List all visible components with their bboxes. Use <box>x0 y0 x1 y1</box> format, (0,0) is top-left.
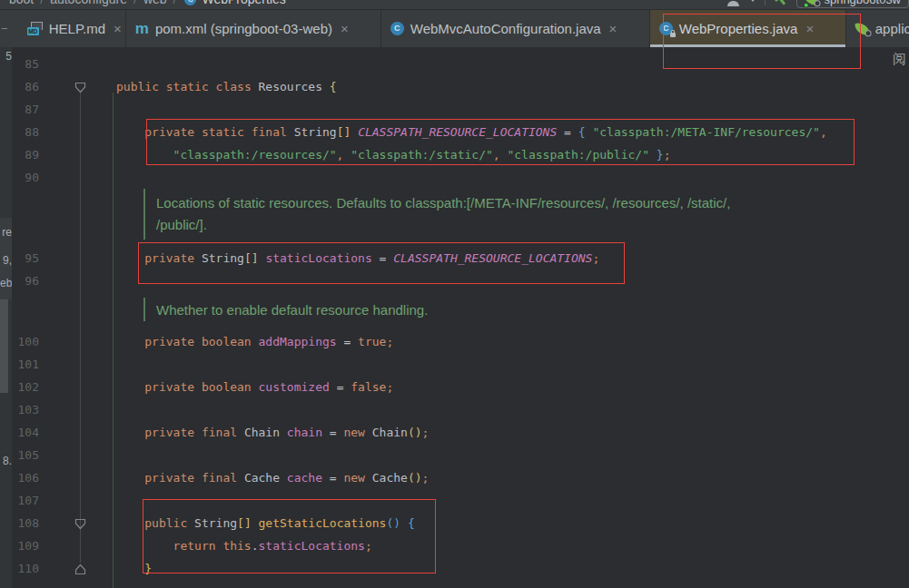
toolbar-divider <box>765 0 766 5</box>
breadcrumb-item-WebProperties[interactable]: WebProperties <box>202 0 285 6</box>
line-number-90: 90 <box>12 166 39 189</box>
line-number-85: 85 <box>12 53 39 75</box>
code-text: private static final String[] CLASSPATH_… <box>144 121 826 143</box>
user-avatar-button[interactable] <box>726 0 741 6</box>
code-line-107[interactable]: 107 <box>0 489 909 512</box>
code-text: public static class Resources { <box>116 75 337 98</box>
line-number-110: 110 <box>12 557 39 580</box>
run-configuration-selector[interactable]: springboot03w <box>796 0 909 8</box>
line-number-95: 95 <box>12 247 39 270</box>
breadcrumb-item-boot[interactable]: boot <box>9 0 34 6</box>
line-number-106: 106 <box>12 466 39 489</box>
doc-comment-text: /public/]. <box>156 214 207 236</box>
breadcrumb-item-web[interactable]: web <box>143 0 167 6</box>
tab-help-md[interactable]: MDHELP.md× <box>18 10 125 47</box>
build-hammer-icon[interactable] <box>771 0 792 9</box>
code-line-106[interactable]: 106private final Cache cache = new Cache… <box>0 466 909 489</box>
doc-comment-text: Whether to enable default resource handl… <box>156 299 428 321</box>
fold-open-icon[interactable] <box>74 517 86 529</box>
line-number-105: 105 <box>12 444 39 466</box>
code-line-96[interactable]: 96 <box>0 270 909 292</box>
breadcrumb-separator: / <box>173 0 177 6</box>
spring-boot-icon <box>805 0 819 6</box>
chevron-down-icon[interactable] <box>749 0 756 2</box>
code-text: "classpath:/resources/", "classpath:/sta… <box>173 143 671 166</box>
doc-comment-line[interactable]: Whether to enable default resource handl… <box>0 299 909 322</box>
line-number-96: 96 <box>12 270 39 292</box>
tab-label: WebMvcAutoConfiguration.java <box>410 21 601 36</box>
spring-boot-icon <box>855 22 869 35</box>
doc-comment-line[interactable]: Locations of static resources. Defaults … <box>0 192 909 215</box>
tab-webproperties-java[interactable]: CWebProperties.java× <box>650 10 845 47</box>
code-text: public String[] getStaticLocations() { <box>144 512 414 534</box>
code-text: private String[] staticLocations = CLASS… <box>144 247 599 270</box>
doc-comment-text: Locations of static resources. Defaults … <box>156 192 730 214</box>
code-text: return this.staticLocations; <box>173 534 372 557</box>
line-number-89: 89 <box>12 143 39 166</box>
code-line-108[interactable]: 108public String[] getStaticLocations() … <box>0 512 909 534</box>
code-line-87[interactable]: 87 <box>0 98 909 121</box>
close-tab-icon[interactable]: × <box>114 21 122 36</box>
fold-open-icon[interactable] <box>74 81 86 93</box>
tab-label: applic <box>875 21 909 36</box>
tab-applic[interactable]: applic <box>846 10 909 47</box>
code-text: } <box>144 557 152 580</box>
code-text: private final Cache cache = new Cache(); <box>144 466 429 489</box>
tab-pom-xml-springboot-03-web-[interactable]: mpom.xml (springboot-03-web)× <box>126 10 380 47</box>
java-class-icon: C <box>184 0 196 5</box>
breadcrumb-separator: / <box>133 0 137 6</box>
editor-tab-bar: − MDHELP.md×mpom.xml (springboot-03-web)… <box>0 9 909 47</box>
code-line-103[interactable]: 103 <box>0 398 909 421</box>
code-line-88[interactable]: 88private static final String[] CLASSPAT… <box>0 121 909 143</box>
reader-mode-button[interactable]: 阅 <box>893 51 906 68</box>
java-class-icon: C <box>390 22 404 35</box>
tab-label: WebProperties.java <box>679 21 798 36</box>
close-tab-icon[interactable]: × <box>805 21 814 36</box>
code-line-110[interactable]: 110} <box>0 557 909 580</box>
line-number-102: 102 <box>12 376 39 398</box>
close-tab-icon[interactable]: × <box>341 21 349 36</box>
line-number-103: 103 <box>12 398 39 421</box>
tab-label: pom.xml (springboot-03-web) <box>155 21 332 36</box>
close-tab-icon[interactable]: × <box>609 21 618 36</box>
breadcrumb-separator: / <box>40 0 44 6</box>
code-line-85[interactable]: 85 <box>0 53 909 75</box>
tab-bar-left-dash: − <box>0 10 18 47</box>
line-number-109: 109 <box>12 534 39 557</box>
ide-window: boot/autoconfigure/web/CWebProperties sp… <box>0 0 909 588</box>
code-line-105[interactable]: 105 <box>0 444 909 466</box>
markdown-file-icon: MD <box>27 22 43 35</box>
doc-comment-line[interactable]: /public/]. <box>0 214 909 237</box>
code-line-109[interactable]: 109return this.staticLocations; <box>0 534 909 557</box>
line-number-101: 101 <box>12 353 39 376</box>
code-line-86[interactable]: 86public static class Resources { <box>0 75 909 98</box>
breadcrumb: boot/autoconfigure/web/CWebProperties <box>5 0 290 6</box>
line-number-107: 107 <box>12 489 39 512</box>
code-line-102[interactable]: 102private boolean customized = false; <box>0 376 909 398</box>
maven-icon: m <box>135 22 149 36</box>
java-class-lock-icon: C <box>659 22 673 35</box>
code-line-100[interactable]: 100private boolean addMappings = true; <box>0 330 909 353</box>
breadcrumb-item-autoconfigure[interactable]: autoconfigure <box>50 0 127 6</box>
code-line-90[interactable]: 90 <box>0 166 909 189</box>
line-number-108: 108 <box>12 512 39 534</box>
tab-webmvcautoconfiguration-java[interactable]: CWebMvcAutoConfiguration.java× <box>381 10 649 47</box>
line-number-87: 87 <box>12 98 39 121</box>
line-number-100: 100 <box>12 330 39 353</box>
line-number-104: 104 <box>12 421 39 444</box>
navigation-bar: boot/autoconfigure/web/CWebProperties sp… <box>0 0 909 9</box>
code-text: private final Chain chain = new Chain(); <box>144 421 429 444</box>
tab-label: HELP.md <box>49 21 105 36</box>
code-text: private boolean customized = false; <box>144 376 393 398</box>
code-line-95[interactable]: 95private String[] staticLocations = CLA… <box>0 247 909 270</box>
line-number-86: 86 <box>12 75 39 98</box>
code-line-89[interactable]: 89"classpath:/resources/", "classpath:/s… <box>0 143 909 166</box>
code-text: private boolean addMappings = true; <box>144 330 393 353</box>
code-line-101[interactable]: 101 <box>0 353 909 376</box>
code-line-104[interactable]: 104private final Chain chain = new Chain… <box>0 421 909 444</box>
line-number-88: 88 <box>12 121 39 143</box>
code-editor[interactable]: 5re9,eb8. 8586public static class Resour… <box>0 47 909 588</box>
fold-end-icon[interactable] <box>74 563 86 574</box>
run-configuration-label: springboot03w <box>824 0 901 6</box>
